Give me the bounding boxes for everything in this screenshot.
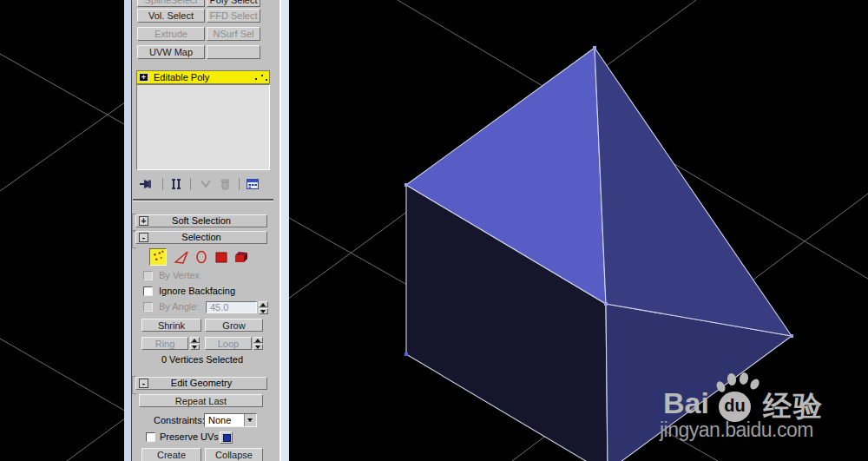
preserve-uvs-label: Preserve UVs bbox=[160, 431, 219, 442]
vertex-tick[interactable] bbox=[790, 334, 793, 338]
spinner-up-icon[interactable] bbox=[253, 337, 263, 343]
by-angle-field: 45.0 bbox=[206, 301, 257, 313]
spinner-down-icon[interactable] bbox=[253, 344, 263, 350]
shrink-button[interactable]: Shrink bbox=[141, 319, 201, 332]
object-face-top-right[interactable] bbox=[595, 48, 792, 336]
watermark-du-text: du bbox=[719, 396, 751, 416]
grow-button[interactable]: Grow bbox=[205, 319, 263, 332]
rollout-title: Selection bbox=[181, 232, 220, 242]
by-vertex-label: By Vertex bbox=[159, 270, 200, 280]
by-angle-checkbox bbox=[143, 302, 153, 312]
vertex-tick[interactable] bbox=[404, 183, 408, 187]
vertex-tick[interactable] bbox=[604, 302, 608, 306]
selection-status-text: 0 Vertices Selected bbox=[133, 354, 272, 365]
ignore-backfacing-label: Ignore Backfacing bbox=[159, 286, 235, 296]
soft-selection-rollout-header[interactable]: + Soft Selection bbox=[135, 214, 267, 227]
rollout-collapse-icon[interactable]: - bbox=[139, 379, 148, 388]
ring-button: Ring bbox=[141, 337, 188, 350]
toolbar-separator bbox=[190, 178, 191, 190]
watermark-url: jingyan.baidu.com bbox=[660, 418, 813, 442]
border-icon[interactable] bbox=[193, 248, 210, 266]
dropdown-arrow-icon[interactable] bbox=[244, 414, 256, 426]
configure-modifier-sets-icon[interactable] bbox=[246, 177, 260, 191]
panel-left-strip bbox=[124, 0, 131, 461]
constraints-label: Constraints: bbox=[154, 415, 205, 425]
spinner-down-icon[interactable] bbox=[259, 308, 268, 314]
uvw-map-button[interactable]: UVW Map bbox=[137, 45, 205, 59]
spinner-up-icon[interactable] bbox=[190, 337, 200, 343]
rollout-expand-icon[interactable]: + bbox=[139, 216, 148, 226]
rollout-title: Edit Geometry bbox=[171, 378, 232, 388]
loop-spinner[interactable] bbox=[253, 337, 263, 350]
watermark-bai-text: Bai bbox=[663, 386, 709, 420]
make-unique-icon bbox=[199, 177, 213, 191]
edit-geometry-rollout-header[interactable]: - Edit Geometry bbox=[135, 377, 267, 390]
spinner-up-icon[interactable] bbox=[259, 301, 268, 307]
constraints-value: None bbox=[208, 415, 231, 425]
selection-rollout-header[interactable]: - Selection bbox=[135, 231, 267, 244]
baidu-watermark: Bai du 经验 jingyan.baidu.com bbox=[658, 367, 868, 458]
ignore-backfacing-checkbox[interactable] bbox=[143, 286, 153, 296]
show-end-result-icon[interactable] bbox=[169, 177, 183, 191]
by-vertex-checkbox bbox=[143, 271, 153, 280]
stack-entry-label: Editable Poly bbox=[154, 72, 209, 82]
remove-modifier-icon bbox=[218, 177, 232, 191]
collapse-button[interactable]: Collapse bbox=[205, 448, 263, 461]
ffd-select-button: FFD Select bbox=[207, 9, 260, 23]
preserve-uvs-settings-button[interactable] bbox=[220, 431, 233, 444]
command-panel: SplineSelect Poly Select Vol. Select FFD… bbox=[124, 0, 289, 461]
create-button[interactable]: Create bbox=[141, 448, 201, 461]
spline-select-button: SplineSelect bbox=[137, 0, 205, 7]
toolbar-separator bbox=[162, 178, 163, 190]
vertex-icon[interactable] bbox=[149, 248, 167, 266]
by-angle-spinner[interactable] bbox=[259, 301, 268, 314]
settings-square-icon bbox=[223, 434, 231, 442]
panel-scrollbar[interactable] bbox=[279, 0, 289, 461]
pin-stack-icon[interactable] bbox=[140, 177, 154, 191]
preserve-uvs-checkbox[interactable] bbox=[146, 432, 155, 442]
rollout-collapse-icon[interactable]: - bbox=[139, 233, 148, 242]
panel-separator bbox=[133, 199, 273, 201]
extrude-button: Extrude bbox=[137, 27, 205, 41]
ring-spinner[interactable] bbox=[190, 337, 200, 350]
edge-icon[interactable] bbox=[173, 248, 190, 266]
spinner-down-icon[interactable] bbox=[190, 344, 200, 350]
rollout-title: Soft Selection bbox=[172, 215, 231, 226]
element-icon[interactable] bbox=[233, 248, 250, 266]
stack-expand-icon[interactable]: + bbox=[139, 73, 148, 82]
toolbar-separator bbox=[239, 178, 240, 190]
empty-modifier-slot bbox=[207, 45, 260, 59]
subobject-dots-icon bbox=[255, 78, 257, 80]
constraints-dropdown[interactable]: None bbox=[204, 413, 257, 427]
vertex-tick[interactable] bbox=[593, 46, 596, 49]
modifier-stack-entry[interactable]: + Editable Poly bbox=[136, 70, 270, 84]
max-viewport-screen: Bai du 经验 jingyan.baidu.com SplineSelect… bbox=[0, 0, 868, 461]
by-angle-label: By Angle: bbox=[159, 301, 199, 312]
repeat-last-button[interactable]: Repeat Last bbox=[139, 394, 263, 407]
modifier-stack-list[interactable] bbox=[136, 84, 270, 170]
loop-button: Loop bbox=[205, 337, 252, 350]
poly-select-button[interactable]: Poly Select bbox=[207, 0, 260, 7]
vertex-tick[interactable] bbox=[404, 352, 408, 356]
vol-select-button[interactable]: Vol. Select bbox=[137, 9, 205, 23]
nsurf-sel-button: NSurf Sel bbox=[207, 27, 260, 41]
polygon-icon[interactable] bbox=[214, 248, 231, 266]
